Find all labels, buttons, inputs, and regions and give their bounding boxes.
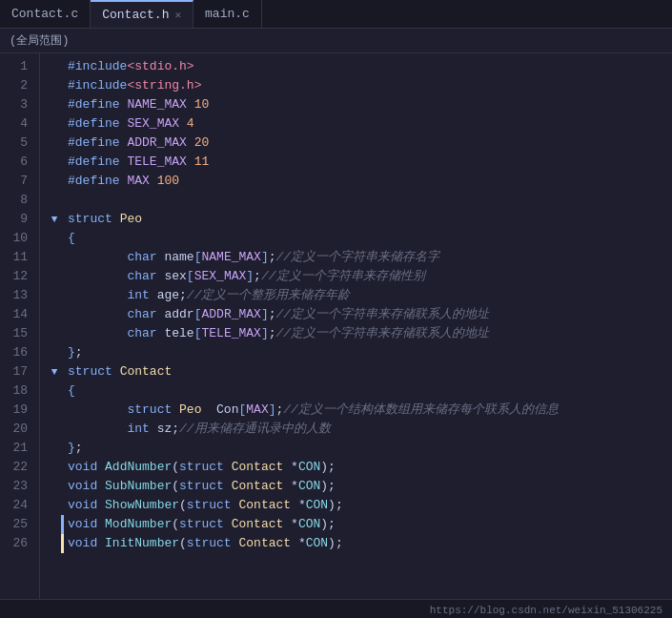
code-line: char name[NAME_MAX];//定义一个字符串来储存名字 [48, 248, 672, 267]
code-line [48, 191, 672, 210]
code-content: void SubNumber(struct Contact *CON); [68, 477, 336, 496]
fold-indicator[interactable]: ▼ [48, 362, 61, 381]
line-number: 20 [0, 420, 31, 439]
line-number: 9 [0, 210, 31, 229]
line-number: 22 [0, 458, 31, 477]
tab-contact-h-label: Contact.h [102, 8, 169, 22]
code-line: { [48, 381, 672, 401]
tab-bar: Contact.c Contact.h ✕ main.c [0, 0, 672, 29]
fold-indicator[interactable]: ▼ [48, 210, 61, 229]
code-content: void InitNumber(struct Contact *CON); [68, 534, 343, 553]
code-line: char tele[TELE_MAX];//定义一个字符串来存储联系人的地址 [48, 324, 672, 343]
line-number: 4 [0, 114, 31, 134]
breadcrumb: (全局范围) [0, 29, 672, 53]
tab-contact-c[interactable]: Contact.c [0, 0, 91, 28]
line-bar [61, 515, 64, 534]
code-line: void InitNumber(struct Contact *CON); [48, 534, 672, 553]
code-line: ▼struct Contact [48, 362, 672, 381]
code-content: char tele[TELE_MAX];//定义一个字符串来存储联系人的地址 [68, 324, 489, 343]
line-number: 25 [0, 515, 31, 534]
line-number: 10 [0, 229, 31, 248]
code-line: #define ADDR_MAX 20 [48, 134, 672, 153]
code-area[interactable]: #include<stdio.h>#include<string.h>#defi… [40, 53, 672, 599]
code-line: void ModNumber(struct Contact *CON); [48, 515, 672, 534]
code-line: }; [48, 343, 672, 362]
line-number: 21 [0, 439, 31, 458]
code-line: { [48, 229, 672, 248]
code-line: }; [48, 439, 672, 458]
tab-contact-h[interactable]: Contact.h ✕ [91, 0, 193, 28]
code-line: #define NAME_MAX 10 [48, 95, 672, 114]
code-content: #include<string.h> [68, 76, 201, 95]
code-content: struct Peo [68, 210, 142, 229]
line-number: 12 [0, 267, 31, 286]
line-number: 15 [0, 324, 31, 343]
tab-contact-c-label: Contact.c [11, 7, 78, 21]
line-number: 17 [0, 362, 31, 381]
code-line: void AddNumber(struct Contact *CON); [48, 458, 672, 477]
line-numbers: 1234567891011121314151617181920212223242… [0, 53, 40, 599]
code-line: struct Peo Con[MAX];//定义一个结构体数组用来储存每个联系人… [48, 401, 672, 420]
code-line: char addr[ADDR_MAX];//定义一个字符串来存储联系人的地址 [48, 305, 672, 324]
line-number: 23 [0, 477, 31, 496]
line-number: 24 [0, 496, 31, 515]
line-number: 16 [0, 343, 31, 362]
line-number: 19 [0, 401, 31, 420]
status-bar: https://blog.csdn.net/weixin_51306225 [0, 599, 672, 618]
code-line: #define TELE_MAX 11 [48, 153, 672, 172]
code-content: #define NAME_MAX 10 [68, 95, 209, 114]
code-line: #define MAX 100 [48, 172, 672, 191]
line-bar-yellow [61, 534, 64, 553]
code-line: void SubNumber(struct Contact *CON); [48, 477, 672, 496]
line-number: 11 [0, 248, 31, 267]
code-content: int age;//定义一个整形用来储存年龄 [68, 286, 350, 305]
tab-main-c[interactable]: main.c [193, 0, 262, 28]
line-number: 3 [0, 95, 31, 114]
code-content: struct Peo Con[MAX];//定义一个结构体数组用来储存每个联系人… [68, 401, 559, 420]
code-line: void ShowNumber(struct Contact *CON); [48, 496, 672, 515]
line-number: 13 [0, 286, 31, 305]
code-content: { [68, 229, 75, 248]
code-content: char name[NAME_MAX];//定义一个字符串来储存名字 [68, 248, 439, 267]
close-icon[interactable]: ✕ [174, 9, 181, 21]
code-content: char sex[SEX_MAX];//定义一个字符串来存储性别 [68, 267, 425, 286]
code-line: ▼struct Peo [48, 210, 672, 229]
code-content: #define TELE_MAX 11 [68, 153, 209, 172]
code-line: char sex[SEX_MAX];//定义一个字符串来存储性别 [48, 267, 672, 286]
code-content: #define MAX 100 [68, 172, 179, 191]
editor: 1234567891011121314151617181920212223242… [0, 53, 672, 599]
line-number: 6 [0, 153, 31, 172]
code-line: int sz;//用来储存通讯录中的人数 [48, 420, 672, 439]
watermark: https://blog.csdn.net/weixin_51306225 [430, 605, 662, 616]
code-content: void AddNumber(struct Contact *CON); [68, 458, 336, 477]
code-content: #define SEX_MAX 4 [68, 114, 194, 134]
line-number: 5 [0, 134, 31, 153]
code-content: }; [68, 343, 83, 362]
line-number: 26 [0, 534, 31, 553]
line-number: 2 [0, 76, 31, 95]
code-content: { [68, 381, 75, 401]
tab-main-c-label: main.c [205, 7, 250, 21]
code-content: #define ADDR_MAX 20 [68, 134, 209, 153]
code-content: int sz;//用来储存通讯录中的人数 [68, 420, 331, 439]
code-content: }; [68, 439, 83, 458]
line-number: 14 [0, 305, 31, 324]
line-number: 18 [0, 381, 31, 401]
line-number: 1 [0, 57, 31, 76]
code-line: int age;//定义一个整形用来储存年龄 [48, 286, 672, 305]
code-line: #include<stdio.h> [48, 57, 672, 76]
code-line: #include<string.h> [48, 76, 672, 95]
code-line: #define SEX_MAX 4 [48, 114, 672, 134]
code-content: struct Contact [68, 362, 172, 381]
code-content: char addr[ADDR_MAX];//定义一个字符串来存储联系人的地址 [68, 305, 489, 324]
line-number: 7 [0, 172, 31, 191]
code-content: void ShowNumber(struct Contact *CON); [68, 496, 343, 515]
line-number: 8 [0, 191, 31, 210]
code-content: #include<stdio.h> [68, 57, 194, 76]
code-content: void ModNumber(struct Contact *CON); [68, 515, 336, 534]
